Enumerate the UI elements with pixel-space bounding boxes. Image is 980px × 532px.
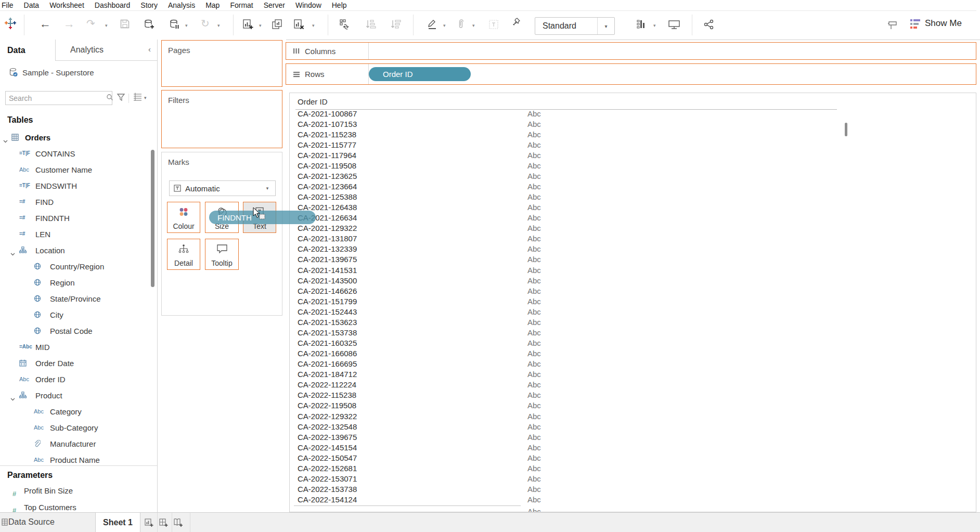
mark-type-caret-icon[interactable]: ▾ xyxy=(260,181,275,196)
datasource-item[interactable]: Sample - Superstore xyxy=(0,61,157,84)
abc-cell[interactable]: Abc xyxy=(527,464,541,473)
field-row-city[interactable]: City xyxy=(0,307,157,323)
show-mark-labels-disabled-icon[interactable] xyxy=(488,19,499,32)
order-id-cell[interactable]: CA-2022-153738 xyxy=(298,485,357,494)
abc-cell[interactable]: Abc xyxy=(527,401,541,410)
order-id-cell[interactable]: CA-2022-154124 xyxy=(298,495,357,504)
redo-icon[interactable]: ↷ xyxy=(86,17,95,30)
order-id-cell[interactable]: CA-2022-145154 xyxy=(298,443,357,452)
order-id-cell[interactable]: CA-2022-152681 xyxy=(298,464,357,473)
swap-rows-columns-icon[interactable] xyxy=(339,19,351,32)
menu-data[interactable]: Data xyxy=(19,1,45,9)
abc-cell[interactable]: Abc xyxy=(527,485,541,494)
field-row-country-region[interactable]: Country/Region xyxy=(0,258,157,275)
abc-cell[interactable]: Abc xyxy=(527,266,541,275)
forward-icon[interactable]: → xyxy=(63,17,75,31)
expand-chevron-icon[interactable] xyxy=(3,136,8,145)
order-id-cell[interactable]: CA-2022-112224 xyxy=(298,380,356,389)
order-id-cell[interactable]: CA-2021-132339 xyxy=(298,244,357,253)
field-row-customer-name[interactable]: AbcCustomer Name xyxy=(0,162,157,178)
abc-cell[interactable]: Abc xyxy=(527,244,541,253)
abc-cell[interactable]: Abc xyxy=(527,307,541,316)
order-id-cell[interactable]: CA-2022-139675 xyxy=(298,433,357,442)
new-data-source-icon[interactable] xyxy=(144,19,155,32)
highlight-icon[interactable] xyxy=(427,19,438,32)
filter-fields-icon[interactable] xyxy=(117,93,125,101)
show-me-icon[interactable] xyxy=(910,19,921,31)
field-row-mid[interactable]: =AbcMID xyxy=(0,339,157,355)
order-id-cell[interactable]: CA-2021-141531 xyxy=(298,266,357,275)
menu-format[interactable]: Format xyxy=(225,1,258,9)
order-id-cell[interactable]: CA-2021-146626 xyxy=(298,287,357,295)
show-mark-labels-icon[interactable] xyxy=(636,19,647,32)
show-me-button[interactable]: Show Me xyxy=(925,18,962,29)
order-id-cell[interactable]: CA-2022-132548 xyxy=(298,422,357,431)
menu-dashboard[interactable]: Dashboard xyxy=(89,1,136,9)
abc-cell[interactable]: Abc xyxy=(527,443,541,452)
new-worksheet-caret-icon[interactable]: ▾ xyxy=(259,23,262,28)
mark-labels-caret-icon[interactable]: ▾ xyxy=(653,23,656,28)
presentation-mode-icon[interactable] xyxy=(668,19,680,32)
abc-cell[interactable]: Abc xyxy=(527,297,541,306)
abc-cell[interactable]: Abc xyxy=(527,161,541,170)
abc-cell[interactable]: Abc xyxy=(527,109,541,118)
menu-file[interactable]: File xyxy=(0,1,19,9)
abc-cell[interactable]: Abc xyxy=(527,130,541,139)
order-id-cell[interactable]: CA-2021-131807 xyxy=(298,234,357,243)
abc-cell[interactable]: Abc xyxy=(527,255,541,264)
order-id-cell[interactable]: CA-2021-153738 xyxy=(298,328,357,337)
order-id-cell[interactable]: CA-2021-166695 xyxy=(298,359,357,368)
abc-cell[interactable]: Abc xyxy=(527,203,541,212)
menu-analysis[interactable]: Analysis xyxy=(163,1,200,9)
abc-cell[interactable]: Abc xyxy=(527,422,541,431)
menu-story[interactable]: Story xyxy=(135,1,163,9)
clear-caret-icon[interactable]: ▾ xyxy=(312,23,315,28)
new-worksheet-tab-icon[interactable] xyxy=(145,518,154,529)
abc-cell[interactable]: Abc xyxy=(527,120,541,128)
abc-cell[interactable]: Abc xyxy=(527,474,541,483)
field-row-endswith[interactable]: =T|FENDSWITH xyxy=(0,178,157,194)
refresh-icon[interactable]: ↻ xyxy=(201,17,210,30)
worksheet-view[interactable]: Order ID CA-2021-100867AbcCA-2021-107153… xyxy=(289,93,976,512)
pages-shelf[interactable]: Pages xyxy=(161,40,282,87)
sort-descending-icon[interactable] xyxy=(390,19,402,32)
new-dashboard-tab-icon[interactable] xyxy=(159,518,169,529)
menu-window[interactable]: Window xyxy=(290,1,327,9)
tab-sheet1[interactable]: Sheet 1 xyxy=(95,513,140,532)
order-id-cell[interactable]: CA-2021-166086 xyxy=(298,349,357,358)
filters-shelf[interactable]: Filters xyxy=(161,90,282,148)
abc-cell[interactable]: Abc xyxy=(527,495,541,504)
field-row-manufacturer[interactable]: Manufacturer xyxy=(0,436,157,452)
order-id-cell[interactable]: CA-2021-151799 xyxy=(298,297,357,306)
mark-button-detail[interactable]: Detail xyxy=(167,239,200,270)
sidebar-scrollbar[interactable] xyxy=(151,150,154,287)
abc-cell[interactable]: Abc xyxy=(527,380,541,389)
order-id-cell[interactable]: CA-2022-153071 xyxy=(298,474,357,483)
abc-cell[interactable]: Abc xyxy=(527,192,541,201)
order-id-cell[interactable]: CA-2021-160325 xyxy=(298,339,357,347)
field-row-len[interactable]: =#LEN xyxy=(0,226,157,242)
new-story-tab-icon[interactable] xyxy=(174,518,183,529)
abc-cell[interactable]: Abc xyxy=(527,370,541,379)
search-input[interactable] xyxy=(6,94,106,102)
redo-caret-icon[interactable]: ▾ xyxy=(105,23,108,28)
order-id-cell[interactable]: CA-2022-119508 xyxy=(298,401,356,410)
menu-server[interactable]: Server xyxy=(259,1,290,9)
order-id-cell[interactable]: CA-2021-115238 xyxy=(298,130,356,139)
abc-cell[interactable]: Abc xyxy=(527,287,541,295)
menu-worksheet[interactable]: Worksheet xyxy=(44,1,89,9)
abc-cell[interactable]: Abc xyxy=(527,328,541,337)
tab-data-source[interactable]: Data Source xyxy=(8,517,55,527)
abc-cell[interactable]: Abc xyxy=(527,234,541,243)
order-id-cell[interactable]: CA-2021-107153 xyxy=(298,120,357,128)
fix-axes-pin-icon[interactable] xyxy=(511,17,522,31)
expand-chevron-icon[interactable] xyxy=(10,394,15,403)
order-id-cell[interactable]: CA-2021-119508 xyxy=(298,161,356,170)
parameter-row-top-customers[interactable]: #Top Customers xyxy=(0,500,157,512)
fit-selector[interactable]: Standard ▾ xyxy=(535,17,615,35)
row-field-header[interactable]: Order ID xyxy=(298,97,328,106)
pause-auto-updates-icon[interactable] xyxy=(169,19,180,32)
fit-selector-caret-icon[interactable]: ▾ xyxy=(597,18,614,34)
duplicate-icon[interactable] xyxy=(272,19,283,32)
mark-button-tooltip[interactable]: Tooltip xyxy=(205,239,239,270)
